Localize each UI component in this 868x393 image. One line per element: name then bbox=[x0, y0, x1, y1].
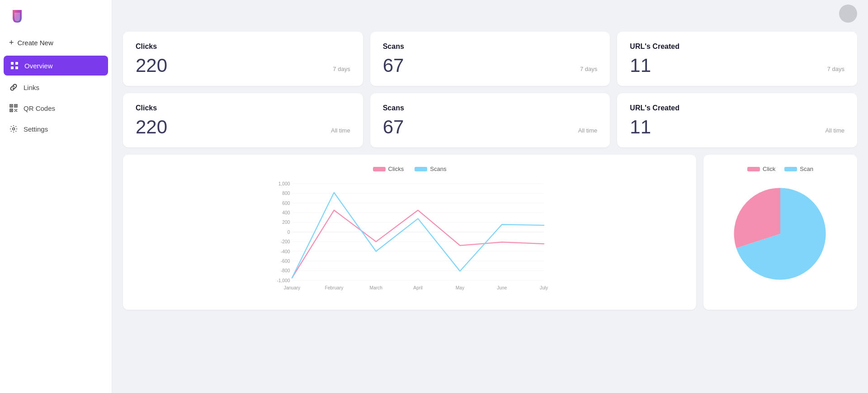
svg-rect-0 bbox=[11, 62, 14, 65]
svg-text:May: May bbox=[456, 285, 465, 290]
svg-rect-12 bbox=[14, 111, 15, 112]
pie-legend: Click Scan bbox=[747, 166, 813, 172]
sidebar-item-settings[interactable]: Settings bbox=[0, 119, 112, 139]
qrcodes-label: QR Codes bbox=[24, 104, 55, 112]
svg-point-15 bbox=[13, 128, 15, 130]
charts-row: Clicks Scans 1,000 800 60 bbox=[123, 155, 857, 310]
urls-alltime-value: 11 bbox=[630, 118, 651, 137]
clicks-alltime-card: Clicks 220 All time bbox=[123, 93, 363, 147]
avatar[interactable] bbox=[839, 5, 857, 23]
svg-rect-10 bbox=[14, 109, 15, 110]
svg-rect-14 bbox=[15, 110, 16, 111]
scans-alltime-value: 67 bbox=[383, 118, 404, 137]
urls-alltime-card: URL's Created 11 All time bbox=[617, 93, 857, 147]
svg-rect-7 bbox=[15, 105, 17, 107]
svg-text:600: 600 bbox=[282, 201, 290, 206]
svg-text:-1,000: -1,000 bbox=[277, 278, 290, 283]
urls-alltime-label: URL's Created bbox=[630, 104, 844, 112]
pie-chart-svg bbox=[726, 180, 835, 288]
settings-icon bbox=[9, 124, 18, 133]
clicks-line bbox=[292, 210, 544, 278]
clicks-7days-card: Clicks 220 7 days bbox=[123, 32, 363, 86]
svg-text:-200: -200 bbox=[281, 239, 290, 244]
create-new-button[interactable]: + Create New bbox=[0, 33, 112, 53]
overview-label: Overview bbox=[24, 62, 53, 70]
svg-text:200: 200 bbox=[282, 220, 290, 225]
legend-scans-label: Scans bbox=[430, 166, 446, 172]
legend-clicks: Clicks bbox=[373, 166, 404, 172]
svg-text:April: April bbox=[413, 285, 422, 290]
svg-text:0: 0 bbox=[288, 230, 290, 235]
clicks-7days-period: 7 days bbox=[333, 66, 350, 75]
svg-text:1,000: 1,000 bbox=[278, 181, 290, 186]
line-chart-legend: Clicks Scans bbox=[134, 166, 685, 172]
scans-7days-label: Scans bbox=[383, 43, 598, 51]
main-content: Clicks 220 7 days Scans 67 7 days URL's … bbox=[112, 0, 868, 393]
svg-rect-1 bbox=[15, 62, 18, 65]
pie-legend-click: Click bbox=[747, 166, 775, 172]
qr-icon bbox=[9, 104, 18, 113]
svg-rect-5 bbox=[11, 105, 12, 107]
clicks-7days-label: Clicks bbox=[136, 43, 350, 51]
svg-rect-11 bbox=[16, 109, 17, 110]
settings-label: Settings bbox=[24, 125, 48, 133]
urls-alltime-period: All time bbox=[825, 127, 844, 137]
urls-7days-label: URL's Created bbox=[630, 43, 844, 51]
pie-legend-scan: Scan bbox=[784, 166, 813, 172]
svg-rect-2 bbox=[11, 66, 14, 69]
svg-text:June: June bbox=[497, 285, 507, 290]
sidebar-item-qrcodes[interactable]: QR Codes bbox=[0, 98, 112, 118]
svg-text:January: January bbox=[284, 285, 301, 290]
scans-line bbox=[292, 193, 544, 278]
app-logo bbox=[9, 8, 25, 24]
pie-chart-card: Click Scan bbox=[703, 155, 857, 310]
stats-alltime-row: Clicks 220 All time Scans 67 All time UR… bbox=[123, 93, 857, 147]
clicks-alltime-value: 220 bbox=[136, 118, 167, 137]
grid-icon bbox=[10, 61, 19, 70]
legend-clicks-dot bbox=[373, 167, 386, 171]
svg-text:July: July bbox=[540, 285, 548, 290]
sidebar-item-links[interactable]: Links bbox=[0, 77, 112, 97]
urls-7days-period: 7 days bbox=[827, 66, 844, 75]
clicks-7days-value: 220 bbox=[136, 56, 167, 75]
pie-scan-dot bbox=[784, 167, 797, 171]
svg-text:March: March bbox=[370, 285, 383, 290]
plus-icon: + bbox=[9, 38, 14, 47]
scans-alltime-period: All time bbox=[578, 127, 598, 137]
line-chart-card: Clicks Scans 1,000 800 60 bbox=[123, 155, 696, 310]
scans-7days-value: 67 bbox=[383, 56, 404, 75]
svg-text:800: 800 bbox=[282, 191, 290, 196]
sidebar: + Create New Overview bbox=[0, 0, 112, 393]
scans-7days-period: 7 days bbox=[580, 66, 597, 75]
sidebar-nav: Overview Links bbox=[0, 55, 112, 139]
scans-7days-card: Scans 67 7 days bbox=[370, 32, 610, 86]
legend-scans: Scans bbox=[415, 166, 446, 172]
create-new-label: Create New bbox=[18, 39, 53, 47]
link-icon bbox=[9, 83, 18, 92]
pie-click-label: Click bbox=[763, 166, 775, 172]
urls-7days-value: 11 bbox=[630, 56, 651, 75]
scans-alltime-label: Scans bbox=[383, 104, 598, 112]
links-label: Links bbox=[24, 84, 39, 91]
stats-7days-row: Clicks 220 7 days Scans 67 7 days URL's … bbox=[123, 32, 857, 86]
svg-text:-600: -600 bbox=[281, 259, 290, 264]
line-chart-svg: 1,000 800 600 400 200 0 -200 -400 -600 -… bbox=[134, 180, 685, 297]
clicks-alltime-period: All time bbox=[331, 127, 350, 137]
svg-text:-800: -800 bbox=[281, 268, 290, 273]
scans-alltime-card: Scans 67 All time bbox=[370, 93, 610, 147]
header bbox=[112, 0, 868, 27]
pie-scan-label: Scan bbox=[800, 166, 813, 172]
svg-rect-9 bbox=[11, 110, 12, 111]
svg-text:February: February bbox=[325, 285, 344, 290]
logo-area bbox=[0, 0, 112, 33]
svg-rect-3 bbox=[15, 66, 18, 69]
svg-text:400: 400 bbox=[282, 210, 290, 215]
svg-rect-13 bbox=[16, 111, 17, 112]
sidebar-item-overview[interactable]: Overview bbox=[4, 56, 108, 76]
legend-clicks-label: Clicks bbox=[388, 166, 404, 172]
clicks-alltime-label: Clicks bbox=[136, 104, 350, 112]
svg-text:-400: -400 bbox=[281, 249, 290, 254]
pie-click-dot bbox=[747, 167, 760, 171]
legend-scans-dot bbox=[415, 167, 427, 171]
urls-7days-card: URL's Created 11 7 days bbox=[617, 32, 857, 86]
